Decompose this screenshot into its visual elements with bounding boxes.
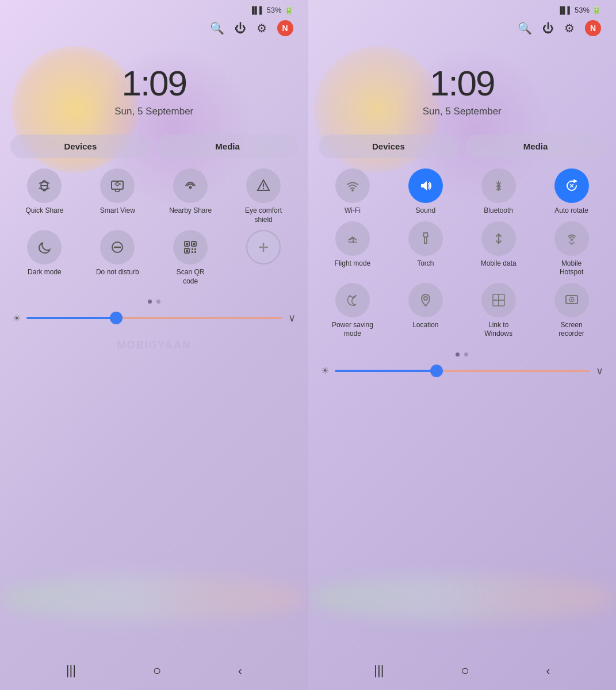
qs-item-wifi[interactable]: Wi-Fi xyxy=(319,168,387,216)
power-saving-icon xyxy=(335,283,370,317)
do-not-disturb-icon xyxy=(100,230,135,264)
svg-rect-25 xyxy=(499,294,504,300)
torch-icon xyxy=(408,221,443,256)
qs-item-power-saving[interactable]: Power saving mode xyxy=(319,283,387,339)
right-home-icon[interactable]: ○ xyxy=(461,662,469,678)
right-devices-button[interactable]: Devices xyxy=(319,135,459,158)
svg-rect-21 xyxy=(424,237,427,243)
svg-rect-15 xyxy=(192,251,193,253)
left-quick-settings-grid: Quick Share Smart View Nearby Share xyxy=(10,168,298,286)
qs-item-mobile-data[interactable]: Mobile data xyxy=(464,221,533,277)
qs-item-location[interactable]: Location xyxy=(391,283,460,339)
svg-rect-27 xyxy=(499,300,504,306)
left-brightness-slider[interactable] xyxy=(26,317,282,319)
left-devices-button[interactable]: Devices xyxy=(10,135,151,158)
left-clock-time: 1:09 xyxy=(121,63,186,103)
dark-mode-icon xyxy=(27,230,62,264)
nearby-share-label: Nearby Share xyxy=(169,206,212,216)
screen-recorder-label: Screen recorder xyxy=(550,321,593,339)
left-power-icon[interactable]: ⏻ xyxy=(235,22,246,35)
eye-comfort-icon xyxy=(246,168,281,203)
left-media-button[interactable]: Media xyxy=(158,135,298,158)
right-brightness-row: ☀ ∨ xyxy=(319,361,606,381)
qs-item-link-windows[interactable]: Link to Windows xyxy=(464,283,533,339)
svg-point-4 xyxy=(263,188,264,189)
right-brightness-slider[interactable] xyxy=(335,370,591,372)
qs-item-sound[interactable]: Sound xyxy=(391,168,460,216)
left-settings-icon[interactable]: ⚙ xyxy=(257,21,267,35)
qs-item-scan-qr[interactable]: Scan QR code xyxy=(156,230,225,286)
right-media-button[interactable]: Media xyxy=(465,135,606,158)
right-battery-icon: 🔋 xyxy=(592,6,601,14)
right-nav-bar: ||| ○ ‹ xyxy=(319,654,606,690)
sound-icon xyxy=(408,168,443,203)
auto-rotate-label: Auto rotate xyxy=(554,206,588,216)
left-back-icon[interactable]: ‹ xyxy=(238,664,242,677)
svg-rect-26 xyxy=(493,300,499,306)
left-search-icon[interactable]: 🔍 xyxy=(210,21,224,35)
left-brightness-min-icon: ☀ xyxy=(13,313,21,324)
mobile-data-icon xyxy=(481,221,516,256)
left-brightness-row: ☀ ∨ xyxy=(10,308,298,328)
left-status-bar: ▐▌▌ 53% 🔋 xyxy=(10,0,298,17)
svg-point-19 xyxy=(351,189,354,191)
qs-item-add[interactable] xyxy=(229,230,298,286)
quick-share-label: Quick Share xyxy=(25,206,63,216)
left-recent-apps-icon[interactable]: ||| xyxy=(66,663,76,678)
add-icon xyxy=(246,230,281,264)
right-panel: ▐▌▌ 53% 🔋 🔍 ⏻ ⚙ N 1:09 Sun, 5 September … xyxy=(308,0,617,690)
dark-mode-label: Dark mode xyxy=(28,268,62,277)
qs-item-smart-view[interactable]: Smart View xyxy=(83,168,152,224)
left-signal-icon: ▐▌▌ xyxy=(250,6,265,14)
right-power-icon[interactable]: ⏻ xyxy=(542,22,554,35)
right-quick-settings-grid: Wi-Fi Sound Bluetooth Auto xyxy=(319,168,606,339)
qs-item-nearby-share[interactable]: Nearby Share xyxy=(156,168,225,224)
wifi-icon xyxy=(335,168,370,203)
qs-item-do-not-disturb[interactable]: Do not disturb xyxy=(83,230,152,286)
left-avatar[interactable]: N xyxy=(277,20,293,36)
qs-item-screen-recorder[interactable]: Screen recorder xyxy=(537,283,606,339)
qs-item-auto-rotate[interactable]: Auto rotate xyxy=(537,168,606,216)
qs-item-bluetooth[interactable]: Bluetooth xyxy=(464,168,533,216)
left-nav-bar: ||| ○ ‹ xyxy=(10,654,298,690)
nearby-share-icon xyxy=(173,168,208,203)
left-panel: ▐▌▌ 53% 🔋 🔍 ⏻ ⚙ N 1:09 Sun, 5 September … xyxy=(0,0,308,690)
right-recent-apps-icon[interactable]: ||| xyxy=(374,663,384,678)
right-search-icon[interactable]: 🔍 xyxy=(518,21,532,35)
left-dm-buttons: Devices Media xyxy=(10,135,298,158)
do-not-disturb-label: Do not disturb xyxy=(96,268,139,277)
svg-point-30 xyxy=(571,298,572,300)
qs-item-quick-share[interactable]: Quick Share xyxy=(10,168,79,224)
flight-mode-icon xyxy=(335,221,370,256)
screen-recorder-icon xyxy=(554,283,589,317)
right-top-icons: 🔍 ⏻ ⚙ N xyxy=(319,17,606,40)
right-avatar[interactable]: N xyxy=(585,20,601,36)
right-dm-buttons: Devices Media xyxy=(319,135,606,158)
bluetooth-icon xyxy=(481,168,516,203)
right-signal-icon: ▐▌▌ xyxy=(557,6,572,14)
svg-rect-24 xyxy=(493,294,499,300)
left-pagination xyxy=(10,300,298,304)
left-dot-2 xyxy=(156,300,160,304)
mobile-data-label: Mobile data xyxy=(481,259,516,269)
mobile-hotspot-label: Mobile Hotspot xyxy=(550,259,593,277)
location-icon xyxy=(408,283,443,317)
right-settings-icon[interactable]: ⚙ xyxy=(564,21,575,35)
right-back-icon[interactable]: ‹ xyxy=(546,664,550,677)
qs-item-eye-comfort[interactable]: Eye comfort shield xyxy=(229,168,298,224)
qs-item-mobile-hotspot[interactable]: Mobile Hotspot xyxy=(537,221,606,277)
left-home-icon[interactable]: ○ xyxy=(153,662,162,678)
right-chevron-down-icon[interactable]: ∨ xyxy=(596,365,603,377)
qs-item-dark-mode[interactable]: Dark mode xyxy=(10,230,79,286)
right-clock-time: 1:09 xyxy=(430,63,495,103)
eye-comfort-label: Eye comfort shield xyxy=(242,206,285,224)
mobile-hotspot-icon xyxy=(554,221,589,256)
qs-item-flight-mode[interactable]: Flight mode xyxy=(319,221,387,277)
svg-rect-14 xyxy=(194,248,196,250)
qs-item-torch[interactable]: Torch xyxy=(391,221,460,277)
right-clock-area: 1:09 Sun, 5 September xyxy=(319,40,606,135)
scan-qr-icon xyxy=(173,230,208,264)
left-chevron-down-icon[interactable]: ∨ xyxy=(288,312,296,324)
power-saving-label: Power saving mode xyxy=(331,321,374,339)
svg-point-1 xyxy=(189,186,192,189)
